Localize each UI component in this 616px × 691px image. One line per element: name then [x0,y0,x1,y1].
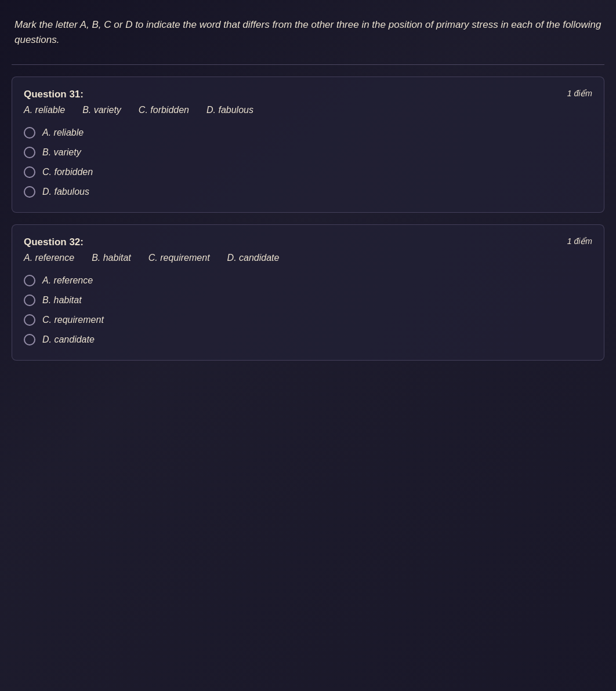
q31-radio-c[interactable]: C. forbidden [24,166,592,178]
question-31-options-inline: A. reliable B. variety C. forbidden D. f… [24,105,592,115]
q31-radio-a-label: A. reliable [42,128,84,138]
question-32-header: Question 32: 1 điểm [24,237,592,248]
main-content: Mark the letter A, B, C or D to indicate… [0,0,616,384]
question-31-radio-group: A. reliable B. variety C. forbidden D. f… [24,127,592,198]
question-31-block: Question 31: 1 điểm A. reliable B. varie… [12,77,604,213]
q32-radio-c-label: C. requirement [42,315,104,325]
q31-option-c-inline: C. forbidden [139,105,189,115]
q32-option-b-inline: B. habitat [92,253,131,263]
top-divider [12,64,604,65]
q32-radio-a-circle [24,275,35,286]
q32-radio-b-label: B. habitat [42,295,82,306]
q32-radio-d-circle [24,334,35,346]
q31-radio-a-circle [24,127,35,139]
question-32-radio-group: A. reference B. habitat C. requirement D… [24,275,592,346]
question-32-score: 1 điểm [567,237,592,246]
question-31-score: 1 điểm [567,89,592,98]
q31-radio-c-circle [24,166,35,178]
q32-radio-c-circle [24,314,35,326]
q31-option-b-inline: B. variety [82,105,121,115]
q31-radio-a[interactable]: A. reliable [24,127,592,139]
q32-radio-d[interactable]: D. candidate [24,334,592,346]
q31-radio-b-circle [24,147,35,158]
question-31-header: Question 31: 1 điểm [24,89,592,100]
q31-radio-b[interactable]: B. variety [24,147,592,158]
q32-option-d-inline: D. candidate [227,253,280,263]
q31-option-a-inline: A. reliable [24,105,65,115]
q32-radio-b[interactable]: B. habitat [24,294,592,306]
q31-radio-d-circle [24,186,35,198]
q31-option-d-inline: D. fabulous [206,105,253,115]
q32-radio-a-label: A. reference [42,275,93,286]
q32-radio-d-label: D. candidate [42,334,95,345]
q32-radio-c[interactable]: C. requirement [24,314,592,326]
q32-option-c-inline: C. requirement [148,253,210,263]
question-31-label: Question 31: [24,89,84,100]
q32-option-a-inline: A. reference [24,253,74,263]
question-32-label: Question 32: [24,237,84,248]
question-32-options-inline: A. reference B. habitat C. requirement D… [24,253,592,263]
question-32-block: Question 32: 1 điểm A. reference B. habi… [12,224,604,361]
q31-radio-c-label: C. forbidden [42,167,93,177]
q32-radio-a[interactable]: A. reference [24,275,592,286]
q31-radio-d[interactable]: D. fabulous [24,186,592,198]
q31-radio-d-label: D. fabulous [42,187,89,197]
instruction-text: Mark the letter A, B, C or D to indicate… [12,17,604,47]
q32-radio-b-circle [24,294,35,306]
q31-radio-b-label: B. variety [42,147,81,158]
